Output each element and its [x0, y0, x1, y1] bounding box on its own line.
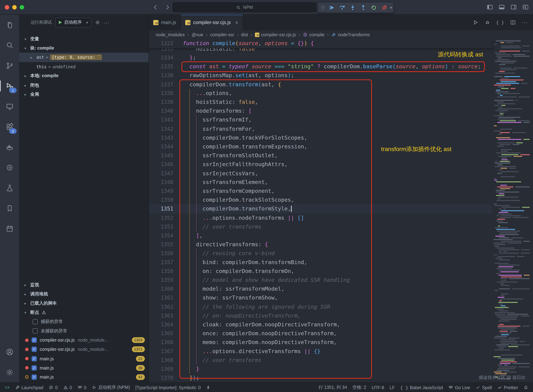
line-number[interactable]: 1362 [149, 303, 173, 311]
braces-icon[interactable] [496, 19, 504, 25]
section-callstack[interactable]: 调用堆栈 [19, 289, 148, 299]
command-search-box[interactable]: NPM [173, 2, 316, 12]
status-rocket[interactable]: Launchpad [12, 383, 46, 392]
breakpoint-option-row[interactable]: 捕获的异常 [19, 317, 148, 326]
activity-extensions[interactable]: 3 [0, 117, 19, 137]
line-number[interactable]: 1364 [149, 320, 173, 329]
line-number[interactable]: 1342 [149, 125, 173, 133]
status-行-1351-列-34[interactable]: 行 1351, 列 34 [316, 383, 350, 392]
line-number[interactable]: 1343 [149, 133, 173, 142]
start-debug-icon[interactable] [59, 21, 62, 24]
line-number[interactable]: 1340 [149, 107, 173, 116]
status-braces[interactable]: Babel JavaScript [398, 383, 446, 392]
checkbox[interactable] [32, 374, 37, 380]
line-number[interactable]: 1322 [149, 39, 173, 48]
code-line-1351[interactable]: 1351 compilerDom.transformStyle, [149, 205, 492, 213]
checkbox[interactable] [32, 338, 37, 343]
run-file-icon[interactable] [472, 19, 478, 25]
activity-docker[interactable] [0, 137, 19, 157]
code-line-1346[interactable]: 1346 ssrInjectFallthroughAttrs, [149, 160, 492, 169]
breadcrumb-item[interactable]: @vue [190, 32, 204, 37]
variable-row-this[interactable]: this = undefined [19, 62, 148, 71]
debug-disconnect-button[interactable] [379, 3, 390, 12]
status-UTF-8[interactable]: UTF-8 [369, 383, 387, 392]
toggle-sidebar-left-icon[interactable] [486, 4, 493, 10]
line-number[interactable]: 1335 [149, 62, 173, 71]
checkbox[interactable] [33, 328, 38, 333]
line-number[interactable]: 1353 [149, 222, 173, 231]
breadcrumb-item[interactable]: node_modules [155, 32, 186, 37]
checkbox[interactable] [33, 319, 38, 324]
code-line-1356[interactable]: 1356 // reusing core v-bind [149, 249, 492, 258]
line-number[interactable]: 1350 [149, 196, 173, 205]
status--TypeScript-Importer-Sym[interactable]: [TypeScript Importer]: Symbols: 0 [133, 383, 204, 392]
line-number[interactable]: 1356 [149, 249, 173, 258]
code-line-1354[interactable]: 1354 ], [149, 231, 492, 240]
code-line-1352[interactable]: 1352 ...options.nodeTransforms || [] [149, 214, 492, 222]
code-line-1367[interactable]: 1367 ...options.directiveTransforms || {… [149, 347, 492, 356]
line-number[interactable]: 1366 [149, 338, 173, 347]
code-line-1343[interactable]: 1343 compilerDom.trackVForSlotScopes, [149, 133, 492, 142]
code-line-1363[interactable]: 1363 // on: noopDirectiveTransform, [149, 311, 492, 320]
line-number[interactable]: 1349 [149, 187, 173, 196]
code-line-1364[interactable]: 1364 cloak: compilerDom.noopDirectiveTra… [149, 320, 492, 329]
code-line-1339[interactable]: 1339 hoistStatic: false, [149, 98, 492, 107]
minimap[interactable] [492, 39, 533, 383]
activity-accounts[interactable] [0, 342, 19, 362]
code-line-1366[interactable]: 1366 memo: compilerDom.noopDirectiveTran… [149, 338, 492, 347]
scope-block[interactable]: 块: compile [19, 43, 148, 53]
breadcrumb-item[interactable]: dist [240, 32, 249, 37]
code-line-1342[interactable]: 1342 ssrTransformFor, [149, 125, 492, 133]
line-number[interactable]: 1336 [149, 71, 173, 80]
line-number[interactable]: 1359 [149, 276, 173, 285]
code-line-1362[interactable]: 1362 // the following are ignored during… [149, 303, 492, 311]
breakpoint-option-row[interactable]: 未捕获的异常 [19, 326, 148, 336]
status-zap[interactable] [204, 383, 214, 392]
debug-restart-button[interactable] [368, 3, 379, 12]
line-number[interactable]: 1370 [149, 373, 173, 383]
debug-file-icon[interactable] [484, 19, 490, 25]
debug-toolbar-dropdown[interactable]: ▾ [390, 6, 392, 9]
code-line-1341[interactable]: 1341 ssrTransformIf, [149, 116, 492, 124]
breakpoint-row[interactable]: compiler-ssr.cjs.jsnode_module...1371 [19, 345, 148, 354]
debug-continue-button[interactable] [326, 3, 337, 12]
line-number[interactable]: 1352 [149, 214, 173, 222]
line-number[interactable]: 1355 [149, 240, 173, 249]
sticky-scroll-line[interactable]: 1322function compile(source, options = {… [149, 39, 492, 48]
line-number[interactable]: 1367 [149, 347, 173, 356]
line-number[interactable]: 1346 [149, 160, 173, 169]
line-number[interactable]: 1357 [149, 258, 173, 267]
line-number[interactable]: 1337 [149, 80, 173, 89]
code-line-1370[interactable]: 1370 }); [149, 373, 492, 383]
toggle-sidebar-right-icon[interactable] [510, 4, 517, 10]
code-line-1369[interactable]: 1369 } [149, 365, 492, 373]
line-number[interactable]: 1338 [149, 89, 173, 98]
scope-global[interactable]: 全局 [19, 90, 148, 99]
code-line-1336[interactable]: 1336 rawOptionsMap.set(ast, options); [149, 71, 492, 80]
activity-source-control[interactable] [0, 55, 19, 76]
breadcrumb-item[interactable]: nodeTransforms [330, 32, 371, 37]
line-number[interactable]: 1339 [149, 98, 173, 107]
debug-step-over-button[interactable] [337, 3, 347, 12]
code-line-1355[interactable]: 1355 directiveTransforms: { [149, 240, 492, 249]
line-number[interactable]: 1365 [149, 329, 173, 338]
line-number[interactable]: 1351 [149, 205, 173, 213]
code-line-1349[interactable]: 1349 ssrTransformComponent, [149, 187, 492, 196]
activity-calendar[interactable] [0, 218, 19, 239]
scope-local[interactable]: 本地: compile [19, 71, 148, 80]
line-number[interactable]: 1360 [149, 285, 173, 294]
code-line-1361[interactable]: 1361 show: ssrTransformShow, [149, 294, 492, 302]
section-variables[interactable]: 变量 [19, 34, 148, 43]
breadcrumb-item[interactable]: compiler-ssr [209, 32, 235, 37]
code-line-1360[interactable]: 1360 model: ssrTransformModel, [149, 285, 492, 294]
code-line-1347[interactable]: 1347 ssrInjectCssVars, [149, 169, 492, 178]
status-LF[interactable]: LF [387, 383, 398, 392]
line-number[interactable]: 1368 [149, 356, 173, 364]
code-line-1358[interactable]: 1358 on: compilerDom.transformOn, [149, 267, 492, 275]
status-check[interactable]: Spell [473, 383, 495, 392]
activity-explorer[interactable] [0, 15, 19, 35]
status-tower[interactable]: Go Live [446, 383, 473, 392]
code-line-1338[interactable]: 1338 ...options, [149, 89, 492, 98]
line-number[interactable]: 1334 [149, 53, 173, 62]
section-watch[interactable]: 监视 [19, 280, 148, 289]
